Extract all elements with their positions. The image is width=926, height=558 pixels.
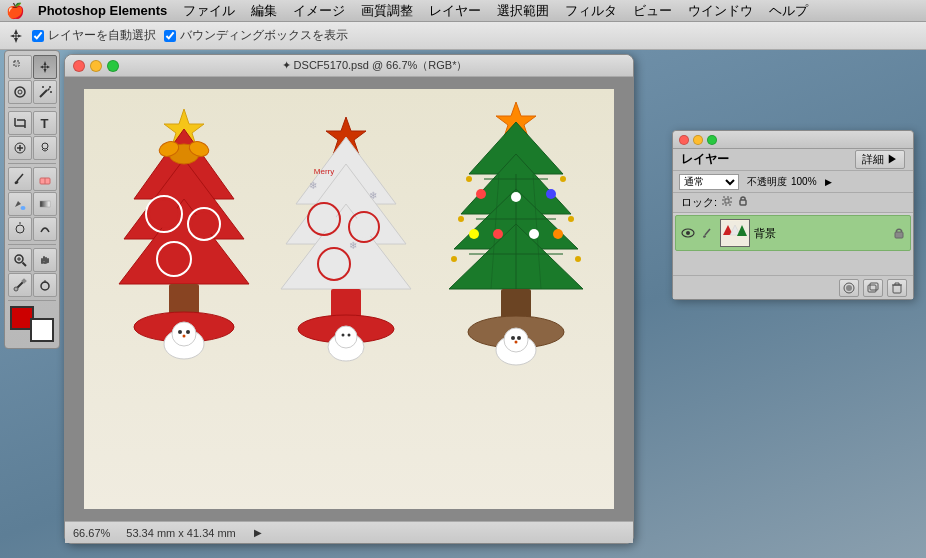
canvas-content: ❄ ❄ ❄ Merry xyxy=(84,89,614,509)
layers-panel: レイヤー 詳細 ▶ 通常 不透明度 100% ▶ ロック: xyxy=(672,130,914,300)
opacity-arrow[interactable]: ▶ xyxy=(825,177,832,187)
lock-transparency-icon[interactable] xyxy=(721,195,733,210)
layers-detail-button[interactable]: 詳細 ▶ xyxy=(855,150,905,169)
svg-point-117 xyxy=(703,235,707,239)
brush-tool[interactable] xyxy=(8,167,32,191)
svg-point-79 xyxy=(348,334,351,337)
svg-rect-24 xyxy=(40,201,50,207)
svg-point-8 xyxy=(49,86,51,88)
magic-wand-tool[interactable] xyxy=(33,80,57,104)
new-layer-button[interactable] xyxy=(863,279,883,297)
menu-quality[interactable]: 画質調整 xyxy=(353,2,421,20)
layers-titlebar xyxy=(673,131,913,149)
svg-point-23 xyxy=(20,206,25,210)
new-style-button[interactable] xyxy=(839,279,859,297)
zoom-tool[interactable] xyxy=(8,248,32,272)
menu-help[interactable]: ヘルプ xyxy=(761,2,816,20)
layers-controls: 通常 不透明度 100% ▶ xyxy=(673,171,913,193)
hand-tool[interactable] xyxy=(33,248,57,272)
opacity-value: 100% xyxy=(791,176,821,187)
menu-window[interactable]: ウインドウ xyxy=(680,2,761,20)
svg-point-56 xyxy=(172,322,196,346)
apple-menu[interactable]: 🍎 xyxy=(0,2,30,20)
text-tool[interactable]: T xyxy=(33,111,57,135)
delete-layer-button[interactable] xyxy=(887,279,907,297)
zoom-level: 66.67% xyxy=(73,527,110,539)
layer-visibility-icon[interactable] xyxy=(680,225,696,241)
minimize-button[interactable] xyxy=(90,60,102,72)
svg-point-102 xyxy=(451,256,457,262)
eyedropper-tool[interactable] xyxy=(8,273,32,297)
bounding-box-checkbox[interactable] xyxy=(164,30,176,42)
layers-maximize-button[interactable] xyxy=(707,135,717,145)
eraser-tool[interactable] xyxy=(33,167,57,191)
svg-point-94 xyxy=(469,229,479,239)
svg-point-91 xyxy=(476,189,486,199)
svg-point-52 xyxy=(161,246,187,272)
dodge-tool[interactable] xyxy=(8,217,32,241)
background-color[interactable] xyxy=(30,318,54,342)
svg-text:❄: ❄ xyxy=(349,240,357,251)
app-name: Photoshop Elements xyxy=(30,3,175,18)
svg-point-48 xyxy=(150,200,178,228)
menu-image[interactable]: イメージ xyxy=(285,2,353,20)
statusbar-arrow[interactable]: ▶ xyxy=(252,527,264,539)
menu-selection[interactable]: 選択範囲 xyxy=(489,2,557,20)
canvas-window: ✦ DSCF5170.psd @ 66.7%（RGB*） xyxy=(64,54,634,544)
svg-point-98 xyxy=(466,176,472,182)
tree1-svg xyxy=(104,99,264,479)
menu-edit[interactable]: 編集 xyxy=(243,2,285,20)
svg-point-109 xyxy=(517,336,521,340)
svg-point-78 xyxy=(342,334,345,337)
layers-header: レイヤー 詳細 ▶ xyxy=(673,149,913,171)
layers-minimize-button[interactable] xyxy=(693,135,703,145)
menu-view[interactable]: ビュー xyxy=(625,2,680,20)
svg-point-97 xyxy=(553,229,563,239)
crop-tool[interactable] xyxy=(8,111,32,135)
svg-point-115 xyxy=(686,231,690,235)
apple-icon: 🍎 xyxy=(6,2,25,20)
layers-bottom xyxy=(673,275,913,299)
move-tool[interactable] xyxy=(33,55,57,79)
canvas-title: ✦ DSCF5170.psd @ 66.7%（RGB*） xyxy=(124,58,625,73)
blend-mode-select[interactable]: 通常 xyxy=(679,174,739,190)
svg-point-107 xyxy=(504,328,528,352)
layers-close-button[interactable] xyxy=(679,135,689,145)
heal-tool[interactable] xyxy=(8,136,32,160)
layer-name: 背景 xyxy=(754,226,888,241)
svg-point-110 xyxy=(515,341,518,344)
menu-layer[interactable]: レイヤー xyxy=(421,2,489,20)
svg-point-9 xyxy=(42,86,44,88)
lasso-tool[interactable] xyxy=(8,80,32,104)
svg-line-28 xyxy=(22,263,26,267)
svg-point-92 xyxy=(511,192,521,202)
menu-filter[interactable]: フィルタ xyxy=(557,2,625,20)
maximize-button[interactable] xyxy=(107,60,119,72)
layer-item[interactable]: 背景 xyxy=(675,215,911,251)
auto-select-label: レイヤーを自動選択 xyxy=(48,27,156,44)
layers-lock-row: ロック: xyxy=(673,193,913,213)
tree2-svg: ❄ ❄ ❄ Merry xyxy=(269,109,424,479)
svg-line-116 xyxy=(705,229,710,235)
auto-select-checkbox[interactable] xyxy=(32,30,44,42)
svg-marker-3 xyxy=(40,61,50,73)
gradient-tool[interactable] xyxy=(33,192,57,216)
close-button[interactable] xyxy=(73,60,85,72)
svg-point-93 xyxy=(546,189,556,199)
svg-point-95 xyxy=(493,229,503,239)
measure-tool[interactable] xyxy=(33,273,57,297)
svg-marker-0 xyxy=(10,29,22,43)
canvas-area[interactable]: ❄ ❄ ❄ Merry xyxy=(65,77,633,521)
svg-point-101 xyxy=(568,216,574,222)
lock-all-icon[interactable] xyxy=(737,195,749,210)
menu-file[interactable]: ファイル xyxy=(175,2,243,20)
clone-tool[interactable] xyxy=(33,136,57,160)
svg-point-77 xyxy=(335,326,357,348)
layers-list: 背景 xyxy=(673,215,913,275)
svg-point-108 xyxy=(511,336,515,340)
svg-point-20 xyxy=(14,180,19,185)
select-tool[interactable] xyxy=(8,55,32,79)
smudge-tool[interactable] xyxy=(33,217,57,241)
paint-bucket-tool[interactable] xyxy=(8,192,32,216)
auto-select-group: レイヤーを自動選択 xyxy=(32,27,156,44)
